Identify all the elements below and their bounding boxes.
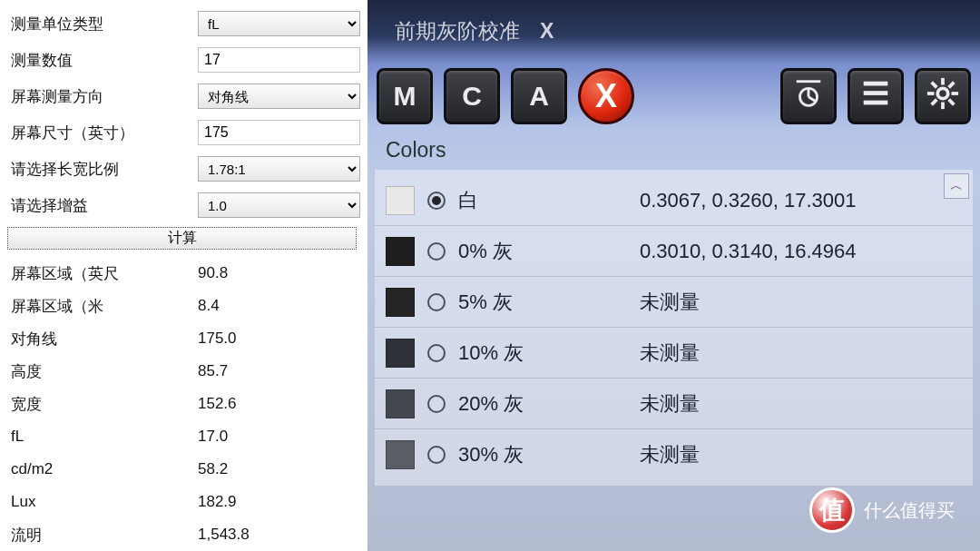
toolbar-m-button[interactable]: M: [377, 68, 433, 124]
result-value: 8.4: [198, 297, 220, 315]
color-swatch: [386, 440, 415, 469]
color-name: 10% 灰: [458, 339, 640, 367]
color-value: 未测量: [640, 339, 700, 367]
result-value: 90.8: [198, 264, 228, 282]
color-row[interactable]: 10% 灰未测量: [375, 328, 973, 379]
svg-rect-4: [864, 100, 888, 104]
color-value: 未测量: [640, 441, 700, 468]
form-row: 屏幕测量方向对角线: [7, 80, 360, 113]
section-title-colors: Colors: [368, 131, 980, 166]
color-swatch: [386, 389, 415, 418]
toolbar-c-button[interactable]: C: [444, 68, 500, 124]
result-value: 182.9: [198, 493, 237, 511]
svg-rect-3: [864, 91, 888, 95]
field-label: 测量单位类型: [7, 14, 198, 34]
color-row[interactable]: 0% 灰0.3010, 0.3140, 16.4964: [375, 226, 973, 277]
chart-icon: [791, 76, 826, 117]
result-row: cd/m258.2: [7, 453, 360, 486]
field-label: 屏幕尺寸（英寸）: [7, 123, 198, 143]
form-row: 请选择长宽比例1.78:1: [7, 153, 360, 185]
calculate-button[interactable]: 计算: [7, 227, 357, 250]
svg-line-12: [949, 82, 955, 87]
color-value: 0.3010, 0.3140, 16.4964: [640, 240, 857, 263]
color-name: 白: [458, 187, 640, 214]
form-row: 屏幕尺寸（英寸）: [7, 116, 360, 149]
svg-rect-2: [864, 81, 888, 85]
gear-icon: [926, 76, 960, 117]
color-name: 0% 灰: [458, 238, 640, 265]
input-1[interactable]: [198, 47, 360, 73]
window-tabbar: 前期灰阶校准 X: [368, 0, 980, 62]
color-row[interactable]: 白0.3067, 0.3260, 17.3001: [375, 175, 973, 226]
result-label: 高度: [7, 361, 198, 382]
color-value: 未测量: [640, 289, 700, 316]
result-label: 屏幕区域（米: [7, 296, 198, 317]
field-label: 请选择长宽比例: [7, 159, 198, 180]
field-label: 屏幕测量方向: [7, 86, 198, 107]
result-row: 屏幕区域（英尺90.8: [7, 257, 360, 290]
result-label: 屏幕区域（英尺: [7, 263, 198, 284]
color-name: 30% 灰: [458, 441, 640, 468]
result-value: 152.6: [198, 395, 237, 413]
result-row: 屏幕区域（米8.4: [7, 290, 360, 322]
result-label: 宽度: [7, 394, 198, 415]
result-row: 流明1,543.8: [7, 518, 360, 551]
color-radio[interactable]: [427, 446, 446, 464]
toolbar-a-button[interactable]: A: [511, 68, 567, 124]
color-value: 0.3067, 0.3260, 17.3001: [640, 189, 857, 212]
sliders-icon: [858, 76, 893, 117]
color-row[interactable]: 5% 灰未测量: [375, 277, 973, 328]
color-name: 5% 灰: [458, 289, 640, 316]
result-value: 175.0: [198, 330, 237, 348]
svg-line-13: [932, 99, 937, 104]
tab-title[interactable]: 前期灰阶校准: [395, 17, 520, 45]
input-3[interactable]: [198, 120, 360, 145]
field-label: 测量数值: [7, 50, 198, 71]
select-0[interactable]: fL: [198, 11, 360, 36]
select-4[interactable]: 1.78:1: [198, 156, 360, 182]
watermark: 值 什么值得买: [797, 480, 967, 540]
svg-line-11: [949, 99, 955, 104]
calculator-form: 测量单位类型fL测量数值屏幕测量方向对角线屏幕尺寸（英寸）请选择长宽比例1.78…: [0, 0, 368, 551]
toolbar-settings-button[interactable]: [915, 68, 971, 124]
result-row: 对角线175.0: [7, 322, 360, 355]
colors-list: ︿ 白0.3067, 0.3260, 17.30010% 灰0.3010, 0.…: [375, 170, 973, 486]
color-name: 20% 灰: [458, 390, 640, 418]
field-label: 请选择增益: [7, 195, 198, 216]
result-row: 高度85.7: [7, 355, 360, 388]
result-row: Lux182.9: [7, 486, 360, 518]
color-swatch: [386, 288, 415, 317]
color-radio[interactable]: [427, 242, 446, 261]
color-swatch: [386, 339, 415, 368]
chevron-up-icon: ︿: [950, 178, 963, 194]
color-row[interactable]: 30% 灰未测量: [375, 429, 973, 480]
watermark-badge: 值: [809, 487, 855, 533]
result-value: 58.2: [198, 460, 228, 478]
form-row: 请选择增益1.0: [7, 189, 360, 221]
toolbar-options-button[interactable]: [848, 68, 904, 124]
toolbar-delete-button[interactable]: X: [578, 68, 634, 124]
calibration-window: 前期灰阶校准 X M C A X: [368, 0, 980, 551]
result-label: cd/m2: [7, 460, 198, 478]
result-row: fL17.0: [7, 420, 360, 453]
result-row: 宽度152.6: [7, 388, 360, 420]
form-row: 测量单位类型fL: [7, 7, 360, 40]
result-label: fL: [7, 428, 198, 446]
scroll-up-button[interactable]: ︿: [944, 173, 969, 199]
tab-close-icon[interactable]: X: [540, 19, 554, 44]
result-value: 85.7: [198, 362, 228, 380]
color-radio[interactable]: [427, 344, 446, 362]
toolbar-chart-button[interactable]: [780, 68, 837, 124]
svg-point-5: [937, 88, 947, 98]
color-radio[interactable]: [427, 395, 446, 413]
color-row[interactable]: 20% 灰未测量: [375, 379, 973, 429]
color-swatch: [386, 186, 415, 215]
color-swatch: [386, 237, 415, 266]
toolbar: M C A X: [368, 62, 980, 131]
color-radio[interactable]: [427, 293, 446, 311]
select-5[interactable]: 1.0: [198, 192, 360, 218]
select-2[interactable]: 对角线: [198, 84, 360, 109]
result-label: 流明: [7, 525, 198, 546]
color-radio[interactable]: [427, 192, 446, 210]
svg-line-10: [932, 82, 937, 87]
